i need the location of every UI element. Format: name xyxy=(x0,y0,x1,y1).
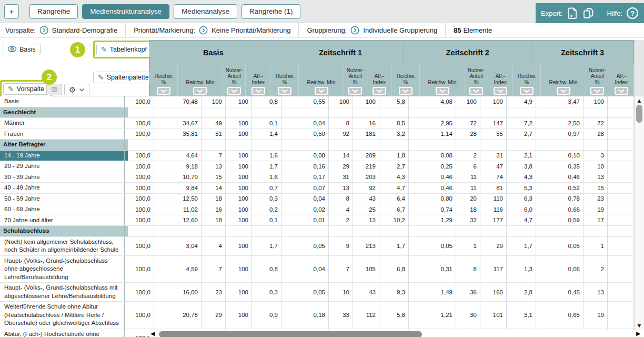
column-sort-button[interactable] xyxy=(436,87,449,95)
table-cell xyxy=(409,140,456,150)
table-cell: 209 xyxy=(353,151,379,161)
tab-new[interactable]: + xyxy=(4,4,19,19)
table-cell: 2 xyxy=(329,215,353,226)
table-cell: 4,3 xyxy=(507,172,536,183)
table-cell: 28 xyxy=(583,129,608,140)
tab-medienstrukturanalyse[interactable]: Medienstrukturanalyse xyxy=(82,4,169,19)
column-sort-button[interactable] xyxy=(590,87,604,95)
column-header-label: % xyxy=(283,80,287,86)
column-sort-button[interactable] xyxy=(399,87,412,95)
vorspalte-row-label[interactable]: 50 - 59 Jahre xyxy=(0,194,125,204)
table-cell xyxy=(608,118,634,128)
table-cell: 0,06 xyxy=(536,256,583,283)
table-cell: 100,0 xyxy=(128,256,154,283)
divider xyxy=(125,23,126,37)
column-header-label: Reichw. xyxy=(155,73,173,80)
export-excel-icon[interactable]: x xyxy=(567,7,578,19)
table-cell: 16 xyxy=(353,118,379,128)
vorspalte-button[interactable]: ✎ Vorspalte xyxy=(3,83,49,95)
vorspalte-row-label[interactable]: Haupt- (Volks-, Grund-)schulabschluss mi… xyxy=(0,283,125,301)
column-sort-button[interactable] xyxy=(157,87,170,95)
table-cell: 100,0 xyxy=(128,215,154,226)
vorspalte-row-label[interactable]: Weiterführende Schule ohne Abitur (Reals… xyxy=(0,302,125,329)
column-header-label: Reichw. xyxy=(276,73,294,80)
vorspalte-row-label[interactable]: Frauen xyxy=(0,129,125,140)
tab-rangreihe[interactable]: Rangreihe xyxy=(29,4,78,19)
table-cell: 0,35 xyxy=(536,161,583,172)
filter-prioritaet[interactable]: Priorität/Markierung: Keine Priorität/Ma… xyxy=(134,26,290,35)
table-cell: 6,3 xyxy=(507,194,536,204)
column-sort-button[interactable] xyxy=(315,87,328,95)
vertical-scrollbar-thumb[interactable] xyxy=(636,105,642,123)
column-sort-button[interactable] xyxy=(520,87,534,95)
horizontal-scrollbar-thumb[interactable] xyxy=(159,331,422,337)
vorspalte-row-label[interactable]: 20 - 29 Jahre xyxy=(0,161,125,172)
table-cell: 18 xyxy=(456,204,480,215)
table-cell: 8 xyxy=(329,118,353,128)
spaltenpalette-button[interactable]: ✎ Spaltenpalette xyxy=(93,72,154,83)
column-sort-button[interactable] xyxy=(227,87,241,95)
basis-view-button[interactable]: Basis xyxy=(3,44,41,55)
vorspalte-row-label[interactable]: 70 Jahre und älter xyxy=(0,215,125,226)
column-sort-button[interactable] xyxy=(615,87,628,95)
vorspalte-label: Vorspalte xyxy=(17,85,44,93)
tab-rangreihe-1[interactable]: Rangreihe (1) xyxy=(242,4,301,19)
table-cell: 1,6 xyxy=(252,151,281,161)
export-copy-icon[interactable] xyxy=(582,7,595,19)
column-sort-button[interactable] xyxy=(193,87,207,95)
table-cell: 6,7 xyxy=(379,204,409,215)
vertical-scrollbar[interactable]: ▲ ▼ xyxy=(634,96,644,330)
table-cell: 8,5 xyxy=(379,118,409,128)
help-icon[interactable]: ? xyxy=(626,7,639,19)
eye-icon xyxy=(7,46,17,54)
vorspalte-row-label[interactable]: Abitur, (Fach-) Hochschulreife ohne Stud… xyxy=(0,329,125,337)
vorspalte-row-label[interactable]: Männer xyxy=(0,118,125,128)
table-cell: 1,7 xyxy=(507,237,536,255)
settings-button[interactable]: ⚙ xyxy=(64,84,89,95)
vorspalte-row-label[interactable]: 14 - 19 Jahre xyxy=(0,151,125,161)
column-group-zeitschrift-1: Zeitschrift 1 xyxy=(277,41,405,64)
mail-button[interactable]: ✉ xyxy=(46,84,62,95)
table-cell xyxy=(480,107,507,118)
tab-medienanalyse[interactable]: Medienanalyse xyxy=(174,4,237,19)
table-row: (Noch) kein allgemeiner Schulabschluss, … xyxy=(0,237,634,256)
column-header-zeitschrift-3-aff-index: Aff.-Index xyxy=(609,64,634,96)
filter-vorspalte[interactable]: Vorspalte: Standard-Demografie xyxy=(5,26,117,35)
column-sort-button[interactable] xyxy=(494,87,507,95)
column-sort-button[interactable] xyxy=(278,87,291,95)
vorspalte-row-label[interactable]: 60 - 69 Jahre xyxy=(0,204,125,215)
table-cell: 1,49 xyxy=(409,283,456,301)
table-row: 60 - 69 Jahre100,011,02161000,20,024256,… xyxy=(0,204,634,215)
column-header-label: Aff.- xyxy=(496,73,505,80)
scroll-left-arrow-icon[interactable]: ◀ xyxy=(150,330,157,337)
horizontal-scrollbar[interactable]: ◀ xyxy=(149,330,634,337)
vorspalte-group-label[interactable]: Schulabschluss xyxy=(0,226,125,236)
vorspalte-row-label[interactable]: 40 - 49 Jahre xyxy=(0,183,125,193)
column-sort-button[interactable] xyxy=(373,87,386,95)
vorspalte-row-label[interactable]: Haupt- (Volks-, Grund-)schulabschluss oh… xyxy=(0,256,125,283)
vorspalte-group-label[interactable]: Geschlecht xyxy=(0,107,125,118)
divider xyxy=(298,23,299,37)
filter-prioritaet-label: Priorität/Markierung: xyxy=(134,26,195,34)
vorspalte-row-label[interactable]: 30 - 39 Jahre xyxy=(0,172,125,183)
table-cell xyxy=(281,226,329,236)
table-cell xyxy=(507,140,536,150)
table-cell: 1,7 xyxy=(252,161,281,172)
filter-gruppierung[interactable]: Gruppierung: Individuelle Gruppierung xyxy=(307,26,437,35)
scroll-up-arrow-icon[interactable]: ▲ xyxy=(635,97,644,104)
vorspalte-row-label[interactable]: (Noch) kein allgemeiner Schulabschluss, … xyxy=(0,237,125,255)
column-sort-button[interactable] xyxy=(251,87,265,95)
tabellenkopf-button[interactable]: ✎ Tabellenkopf xyxy=(96,44,152,55)
column-header-zeitschrift-2-reichw: Reichw.% xyxy=(392,64,420,96)
table-cell: 0,65 xyxy=(536,302,583,329)
column-sort-button[interactable] xyxy=(557,87,570,95)
scroll-down-arrow-icon[interactable]: ▼ xyxy=(635,322,644,329)
column-sort-button[interactable] xyxy=(348,87,362,95)
scroll-right-arrow-icon[interactable]: ▶ xyxy=(636,330,640,337)
table-cell: 1,4 xyxy=(252,129,281,140)
element-count: 85 Elemente xyxy=(454,26,492,34)
column-sort-button[interactable] xyxy=(469,87,483,95)
column-header-label: Index xyxy=(373,80,386,86)
vorspalte-row-label[interactable]: Basis xyxy=(0,96,125,107)
vorspalte-group-label[interactable]: Alter Befragter xyxy=(0,140,125,150)
